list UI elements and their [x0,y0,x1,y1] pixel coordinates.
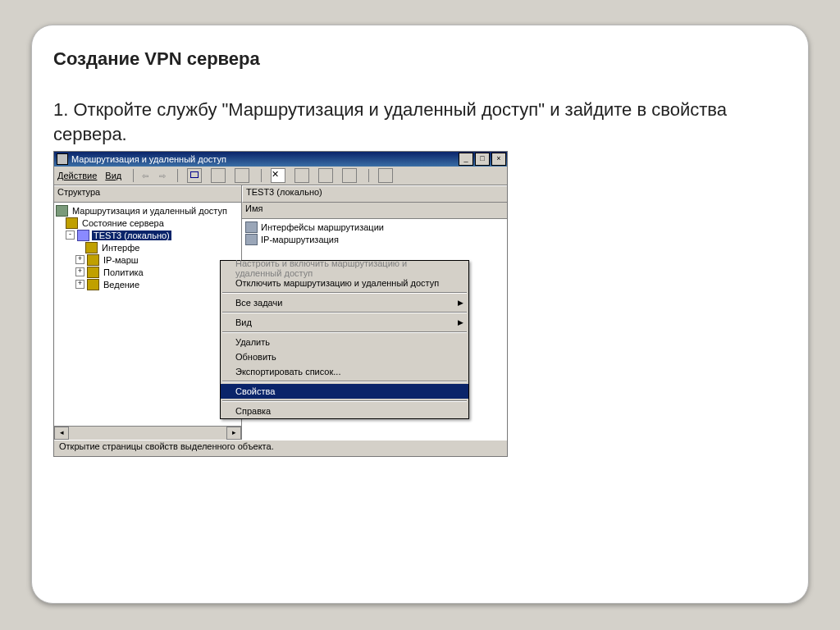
status-bar: Открытие страницы свойств выделенного об… [54,440,507,456]
ctx-configure: Настроить и включить маршрутизацию и уда… [221,261,468,276]
separator [222,331,467,333]
help-icon[interactable] [378,168,393,183]
up-button[interactable] [187,168,202,183]
collapse-toggle[interactable]: - [66,231,75,240]
refresh-icon[interactable] [318,168,333,183]
ctx-export[interactable]: Экспортировать список... [221,364,468,379]
scroll-left-icon[interactable]: ◂ [54,427,69,440]
separator [222,381,467,382]
menu-view[interactable]: Вид [105,171,121,180]
expand-toggle[interactable]: + [75,255,84,264]
server-icon [77,230,89,241]
close-button[interactable]: × [491,153,506,166]
submenu-arrow-icon: ▶ [458,318,463,326]
scroll-right-icon[interactable]: ▸ [226,427,241,440]
app-icon [57,153,68,165]
separator [133,169,134,182]
export-icon[interactable] [342,168,357,183]
maximize-button[interactable]: □ [475,153,490,166]
list-item[interactable]: IP-маршрутизация [245,233,504,245]
tree-pane: Структура Маршрутизация и удаленный дост… [54,185,242,440]
tree[interactable]: Маршрутизация и удаленный доступ Состоян… [54,203,241,426]
list-item[interactable]: Интерфейсы маршрутизации [245,221,504,233]
ctx-alltasks[interactable]: Все задачи▶ [221,295,468,310]
tree-child[interactable]: Интерфе [100,243,141,253]
scroll-track[interactable] [69,427,226,440]
slide-instruction: 1. Откройте службу "Маршрутизация и удал… [53,98,787,146]
delete-icon[interactable]: ✕ [271,168,285,183]
window-title: Маршрутизация и удаленный доступ [71,154,458,164]
separator [177,169,178,182]
separator [261,169,262,182]
ctx-view[interactable]: Вид▶ [221,315,468,330]
iface-icon [245,234,258,245]
ctx-properties[interactable]: Свойства [221,384,468,399]
toolbar-button[interactable] [211,168,226,183]
tree-child[interactable]: Ведение [102,280,141,290]
toolbar-button[interactable] [235,168,249,183]
tree-child[interactable]: Политика [102,267,145,277]
nav-back-icon[interactable]: ⇦ [142,171,148,180]
ctx-help[interactable]: Справка [221,404,468,418]
iface-icon [245,221,258,233]
root-icon [56,205,68,217]
separator [222,312,467,313]
submenu-arrow-icon: ▶ [458,299,463,307]
tree-server[interactable]: TEST3 (локально) [92,231,171,240]
expand-toggle[interactable]: + [75,280,84,289]
ctx-refresh[interactable]: Обновить [221,349,468,364]
list-column-name[interactable]: Имя [242,203,507,219]
ctx-delete[interactable]: Удалить [221,335,468,349]
slide-title: Создание VPN сервера [53,48,787,70]
hscroll[interactable]: ◂ ▸ [54,426,241,440]
expand-toggle[interactable]: + [75,267,84,276]
separator [222,400,467,402]
menu-action[interactable]: Действие [57,171,97,180]
properties-icon[interactable] [294,168,309,183]
tree-header: Структура [54,185,241,203]
minimize-button[interactable]: _ [459,153,473,166]
tree-status[interactable]: Состояние сервера [80,218,166,228]
titlebar[interactable]: Маршрутизация и удаленный доступ _ □ × [54,152,507,167]
tree-child[interactable]: IP-марш [102,255,140,265]
context-menu: Настроить и включить маршрутизацию и уда… [220,260,469,419]
list-title: TEST3 (локально) [242,185,507,203]
tree-root[interactable]: Маршрутизация и удаленный доступ [71,206,229,216]
menubar: Действие Вид ⇦ ⇨ ✕ [54,167,507,185]
folder-icon [87,279,99,290]
ctx-disable[interactable]: Отключить маршрутизацию и удаленный дост… [221,276,468,290]
separator [222,292,467,294]
folder-icon [87,254,99,266]
folder-icon [66,217,78,229]
folder-icon [87,267,99,278]
folder-icon [85,242,98,253]
nav-fwd-icon[interactable]: ⇨ [159,171,166,180]
separator [368,169,369,182]
